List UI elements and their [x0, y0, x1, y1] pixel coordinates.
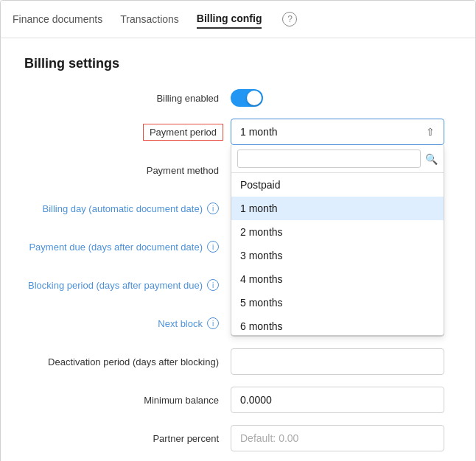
billing-day-label: Billing day (automatic document date) [42, 203, 203, 214]
next-block-label: Next block [158, 318, 203, 329]
minimum-balance-input[interactable]: 0.0000 [231, 387, 444, 413]
blocking-period-info-icon[interactable]: i [207, 279, 219, 291]
nav-finance-documents[interactable]: Finance documents [13, 10, 102, 28]
dropdown-search-row: 🔍 [231, 145, 444, 173]
dropdown-option-postpaid[interactable]: Postpaid [231, 173, 444, 197]
nav-transactions[interactable]: Transactions [120, 10, 179, 28]
payment-period-value: 1 month [240, 126, 278, 138]
content-area: Billing settings Billing enabled Payment… [1, 38, 475, 461]
dropdown-option-6months[interactable]: 6 months [231, 314, 444, 335]
billing-day-info-icon[interactable]: i [207, 203, 219, 214]
billing-day-label-wrap: Billing day (automatic document date) i [24, 203, 231, 214]
chevron-up-icon: ⇧ [426, 126, 435, 138]
next-block-info-icon[interactable]: i [207, 317, 219, 329]
payment-period-row: Payment period 1 month ⇧ 🔍 Postpaid 1 mo… [24, 119, 452, 145]
blocking-period-label-wrap: Blocking period (days after payment due)… [24, 279, 231, 291]
deactivation-period-label: Deactivation period (days after blocking… [24, 356, 231, 367]
dropdown-list: Postpaid 1 month 2 months 3 months 4 mon… [231, 173, 444, 335]
dropdown-option-5months[interactable]: 5 months [231, 291, 444, 314]
payment-due-info-icon[interactable]: i [207, 241, 219, 253]
help-icon[interactable]: ? [282, 12, 297, 27]
deactivation-period-input[interactable] [231, 348, 444, 375]
payment-period-panel: 🔍 Postpaid 1 month 2 months 3 months 4 m… [231, 145, 444, 336]
partner-percent-input[interactable] [231, 425, 444, 451]
deactivation-period-row: Deactivation period (days after blocking… [24, 348, 452, 375]
partner-percent-row: Partner percent [24, 425, 452, 451]
billing-enabled-row: Billing enabled [24, 89, 452, 107]
dropdown-option-1month[interactable]: 1 month [231, 197, 444, 220]
payment-period-label: Payment period [143, 124, 223, 141]
billing-enabled-knob [247, 91, 262, 105]
main-window: Finance documents Transactions Billing c… [0, 0, 476, 461]
nav-billing-config[interactable]: Billing config [197, 10, 262, 29]
partner-percent-label: Partner percent [24, 433, 231, 444]
payment-method-label: Payment method [24, 165, 231, 176]
section-title: Billing settings [24, 56, 452, 71]
billing-enabled-label: Billing enabled [24, 93, 231, 104]
blocking-period-label: Blocking period (days after payment due) [28, 280, 203, 291]
payment-due-label-wrap: Payment due (days after document date) i [24, 241, 231, 253]
payment-due-label: Payment due (days after document date) [29, 242, 203, 253]
next-block-label-wrap: Next block i [24, 317, 231, 329]
billing-enabled-toggle[interactable] [231, 89, 263, 107]
search-icon: 🔍 [425, 153, 438, 165]
dropdown-option-4months[interactable]: 4 months [231, 267, 444, 291]
dropdown-option-2months[interactable]: 2 months [231, 220, 444, 244]
minimum-balance-label: Minimum balance [24, 395, 231, 406]
dropdown-search-input[interactable] [237, 149, 421, 168]
payment-period-dropdown[interactable]: 1 month ⇧ [231, 119, 444, 145]
dropdown-option-3months[interactable]: 3 months [231, 244, 444, 267]
minimum-balance-row: Minimum balance 0.0000 [24, 387, 452, 413]
payment-period-dropdown-wrapper: 1 month ⇧ 🔍 Postpaid 1 month 2 months 3 … [231, 119, 444, 145]
top-nav: Finance documents Transactions Billing c… [1, 1, 475, 38]
